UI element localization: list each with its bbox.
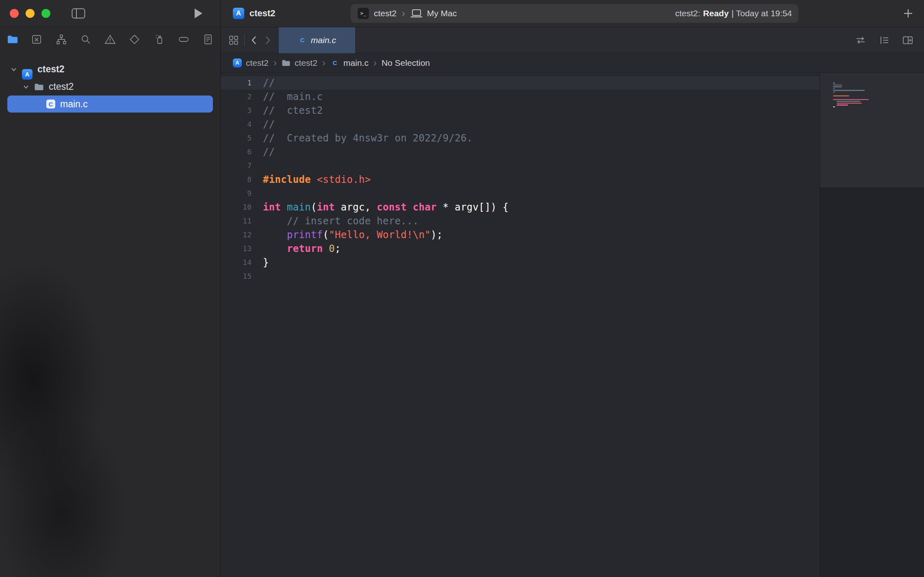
disclosure-button[interactable]: [23, 85, 29, 89]
close-button[interactable]: [10, 9, 19, 18]
project-tree: A ctest2 ctest2: [0, 61, 220, 113]
tree-row-group[interactable]: ctest2: [0, 78, 220, 95]
code-text: //: [252, 145, 275, 159]
source-editor[interactable]: 1//2// main.c3// ctest24//5// Created by…: [221, 73, 820, 577]
line-number[interactable]: 13: [221, 242, 252, 256]
line-number[interactable]: 4: [221, 117, 252, 131]
line-number[interactable]: 7: [221, 159, 252, 173]
line-number[interactable]: 10: [221, 200, 252, 214]
editor-options-icon: [878, 35, 890, 46]
c-file-icon: C: [298, 36, 307, 45]
code-text: [252, 187, 263, 200]
breadcrumb-item-group[interactable]: ctest2: [282, 58, 317, 68]
code-text: return 0;: [252, 242, 341, 256]
code-line[interactable]: 11 // insert code here...: [221, 214, 820, 228]
breadcrumb-label: ctest2: [246, 58, 269, 68]
code-line[interactable]: 13 return 0;: [221, 242, 820, 256]
line-number[interactable]: 11: [221, 214, 252, 228]
navigator-sidebar: A ctest2 ctest2: [0, 27, 221, 577]
line-number[interactable]: 2: [221, 90, 252, 104]
play-icon: [193, 8, 203, 19]
code-line[interactable]: 7: [221, 159, 820, 173]
activity-status-bar[interactable]: >_ ctest2 › My Mac ctest2: Ready | Today…: [351, 4, 798, 23]
scheme-selector[interactable]: >_ ctest2 › My Mac: [357, 7, 457, 20]
code-text: int main(int argc, const char * argv[]) …: [252, 200, 509, 214]
line-number[interactable]: 15: [221, 269, 252, 283]
status-state: Ready: [703, 9, 729, 18]
code-line[interactable]: 6//: [221, 145, 820, 159]
minimize-button[interactable]: [26, 9, 35, 18]
breadcrumb-item-selection[interactable]: No Selection: [382, 58, 430, 68]
line-number[interactable]: 1: [221, 76, 252, 90]
code-line[interactable]: 8#include <stdio.h>: [221, 173, 820, 187]
chevron-separator: ›: [322, 58, 325, 68]
folder-icon: [282, 59, 291, 67]
plus-icon: [903, 8, 913, 19]
find-navigator-button[interactable]: [79, 33, 93, 46]
minimap[interactable]: [820, 73, 924, 577]
editor-column: C main.c: [221, 27, 924, 577]
line-number[interactable]: 3: [221, 104, 252, 117]
code-line[interactable]: 10int main(int argc, const char * argv[]…: [221, 200, 820, 214]
go-back-button[interactable]: [249, 35, 258, 46]
issue-navigator-button[interactable]: [103, 33, 117, 46]
code-line[interactable]: 2// main.c: [221, 90, 820, 104]
line-number[interactable]: 12: [221, 228, 252, 242]
code-line[interactable]: 3// ctest2: [221, 104, 820, 117]
chevron-down-icon: [11, 67, 17, 72]
xcode-project-icon: A: [233, 8, 244, 19]
disclosure-button[interactable]: [11, 67, 17, 72]
x-square-icon: [31, 34, 42, 45]
tree-row-file-selected[interactable]: C main.c: [7, 95, 213, 113]
line-number[interactable]: 8: [221, 173, 252, 187]
breadcrumb-label: main.c: [343, 58, 369, 68]
code-line[interactable]: 15: [221, 269, 820, 283]
line-number[interactable]: 9: [221, 187, 252, 200]
code-line[interactable]: 5// Created by 4nsw3r on 2022/9/26.: [221, 131, 820, 145]
code-line[interactable]: 14}: [221, 256, 820, 269]
line-number[interactable]: 5: [221, 131, 252, 145]
code-text: printf("Hello, World!\n");: [252, 228, 443, 242]
code-text: // Created by 4nsw3r on 2022/9/26.: [252, 131, 473, 145]
tree-row-project[interactable]: A ctest2: [0, 61, 220, 78]
editor-options-button[interactable]: [878, 35, 890, 46]
add-editor-button[interactable]: [902, 35, 913, 46]
debug-navigator-button[interactable]: [152, 33, 166, 46]
code-line[interactable]: 9: [221, 187, 820, 200]
library-add-button[interactable]: [903, 8, 913, 19]
folder-icon: [7, 34, 18, 45]
breadcrumb-item-file[interactable]: C main.c: [330, 58, 369, 68]
source-control-navigator-button[interactable]: [30, 33, 43, 46]
symbol-navigator-button[interactable]: [54, 33, 68, 46]
code-text: // insert code here...: [252, 214, 419, 228]
tab-main-c[interactable]: C main.c: [279, 27, 355, 53]
code-text: #include <stdio.h>: [252, 173, 371, 187]
code-line[interactable]: 12 printf("Hello, World!\n");: [221, 228, 820, 242]
report-doc-icon: [202, 34, 214, 45]
build-status[interactable]: ctest2: Ready | Today at 19:54: [675, 9, 792, 18]
breakpoint-navigator-button[interactable]: [177, 33, 191, 46]
project-navigator-button[interactable]: [5, 33, 19, 46]
report-navigator-button[interactable]: [201, 33, 215, 46]
line-number[interactable]: 6: [221, 145, 252, 159]
toggle-sidebar-button[interactable]: [72, 8, 85, 19]
code-review-button[interactable]: [855, 35, 866, 46]
zoom-button[interactable]: [41, 9, 50, 18]
search-icon: [80, 34, 91, 45]
test-navigator-button[interactable]: [128, 33, 141, 46]
scheme-terminal-icon: >_: [357, 7, 369, 20]
related-items-button[interactable]: [228, 35, 239, 46]
code-text: //: [252, 117, 275, 131]
editor-area: 1//2// main.c3// ctest24//5// Created by…: [221, 73, 924, 577]
titlebar-sidebar-section: [0, 0, 221, 27]
xcode-window: A ctest2 >_ ctest2 › My Mac ctest2: Read…: [0, 0, 924, 577]
code-line[interactable]: 1//: [221, 76, 820, 90]
tab-label: main.c: [311, 35, 336, 45]
go-forward-button[interactable]: [263, 35, 272, 46]
run-button[interactable]: [193, 8, 203, 19]
run-destination: My Mac: [427, 9, 457, 18]
line-number[interactable]: 14: [221, 256, 252, 269]
breadcrumb-item-project[interactable]: A ctest2: [233, 58, 269, 68]
code-line[interactable]: 4//: [221, 117, 820, 131]
code-review-icon: [855, 35, 866, 46]
